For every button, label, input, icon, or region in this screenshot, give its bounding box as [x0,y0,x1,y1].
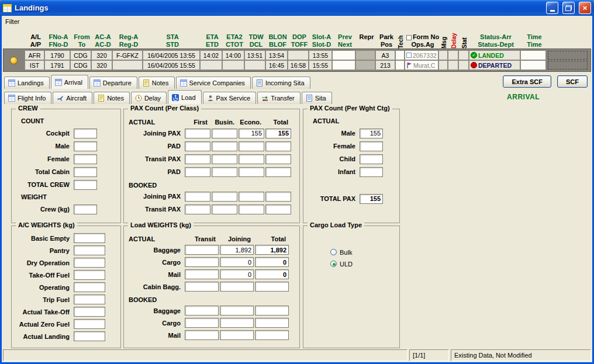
transit-pax-econo-field[interactable] [239,204,264,214]
cargo-transit-field[interactable] [185,257,219,267]
column-header-from[interactable]: FromTo [71,26,92,48]
mail-joining-field[interactable] [220,330,254,340]
column-header-park[interactable]: ParkPos [377,26,396,48]
tab-arrival[interactable]: Arrival [51,75,88,89]
cell-fno-a[interactable]: 1791 [44,60,70,70]
column-header-delay[interactable]: Delay [449,29,460,48]
cell-status-arr[interactable]: ✓LANDED [469,50,520,60]
cell-stat[interactable] [458,50,469,60]
crew-kg-field[interactable] [74,204,97,214]
cargo-type-bulk[interactable]: Bulk [330,247,395,257]
column-header-status-arr[interactable]: Status-ArrStatus-Dept [470,26,522,48]
cargo-joining-field[interactable]: 0 [220,257,254,267]
pad-busin-field[interactable] [212,141,237,151]
cell-stat[interactable] [458,60,469,70]
subtab-load[interactable]: Load [168,90,201,104]
cell-time[interactable] [520,50,546,60]
cargo-transit-field[interactable] [185,318,219,328]
column-header-fno-a[interactable]: FNo-AFNo-D [46,26,71,48]
female-field[interactable] [74,154,97,164]
mail-transit-field[interactable] [185,269,219,279]
flight-row-1[interactable]: AFR1790CDG320F-GFKZ16/04/2005 13:5514:02… [5,50,589,60]
column-header-time[interactable]: TimeTime [522,26,547,48]
cell-tdw[interactable] [244,60,265,70]
actual-landing-field[interactable] [74,331,105,341]
column-header-form-no[interactable]: Form NoOps.Ag [406,26,440,48]
column-header-dop[interactable]: DOPTOFF [289,26,310,48]
transit-pax-econo-field[interactable] [239,154,264,164]
cell-eta[interactable] [200,60,222,70]
mail-joining-field[interactable]: 0 [220,269,254,279]
column-header-msg[interactable]: Msg [440,29,449,48]
cell-slot-a[interactable]: 13:55 [309,50,332,60]
joining-pax-busin-field[interactable] [212,192,237,202]
cell-tech[interactable] [395,60,405,70]
mail-transit-field[interactable] [185,330,219,340]
cell-time[interactable] [520,60,546,70]
mail-total-field[interactable]: 0 [255,269,289,279]
cell-a-l[interactable]: AFR [25,50,44,60]
column-header-a-l[interactable]: A/LA/P [26,26,46,48]
actual-zero-fuel-field[interactable] [74,319,105,329]
column-header-repr[interactable]: Repr [357,26,377,48]
subtab-flight-info[interactable]: Flight Info [4,92,51,104]
cell-eta[interactable]: 14:02 [200,50,222,60]
cell-repr[interactable] [355,60,375,70]
cell-reg-a[interactable] [112,60,143,70]
basic-empty-field[interactable] [74,233,105,243]
transit-pax-first-field[interactable] [185,204,210,214]
joining-pax-total-field[interactable] [265,192,291,202]
column-header-prev[interactable]: PrevNext [333,26,357,48]
pad-econo-field[interactable] [239,167,264,177]
cell-eta2[interactable]: 14:00 [222,50,244,60]
pad-busin-field[interactable] [212,167,237,177]
cell-a-l[interactable]: IST [25,60,44,70]
trip-fuel-field[interactable] [74,294,105,304]
dry-operation-field[interactable] [74,258,105,268]
transit-pax-total-field[interactable] [265,204,291,214]
extra-scf-button[interactable]: Extra SCF [503,75,551,88]
cell-form-no[interactable]: 2067332 [405,50,438,60]
cell-msg[interactable] [438,50,448,60]
subtab-aircraft[interactable]: Aircraft [53,92,92,104]
cell-blon[interactable]: 13:54 [265,50,288,60]
cargo-type-uld[interactable]: ULD [330,259,395,269]
cell-dop[interactable]: 16:58 [288,60,309,70]
joining-pax-busin-field[interactable] [212,129,237,138]
cell-ac-a[interactable]: 320 [91,50,112,60]
cell-slot-a[interactable]: 15:55 [309,60,332,70]
joining-pax-first-field[interactable] [185,192,210,202]
cell-msg[interactable] [438,60,448,70]
formno-checkbox-icon[interactable] [406,35,412,40]
cell-repr[interactable] [355,50,375,60]
joining-pax-first-field[interactable] [185,129,210,138]
subtab-transfer[interactable]: Transfer [257,92,301,104]
total-crew-field[interactable] [74,180,97,190]
pad-first-field[interactable] [185,141,210,151]
title-bar[interactable]: Landings × [0,0,594,16]
column-header-eta[interactable]: ETAETD [201,26,223,48]
cell-park[interactable]: 213 [375,60,395,70]
cell-from[interactable]: CDG [70,50,91,60]
cargo-joining-field[interactable] [220,318,254,328]
transit-pax-busin-field[interactable] [212,204,237,214]
cell-tech[interactable] [395,50,405,60]
column-header-tech[interactable]: Tech [396,29,406,48]
female-field[interactable] [360,141,383,151]
cell-delay[interactable] [448,50,458,60]
subtab-notes[interactable]: Notes [94,92,130,104]
tab-landings[interactable]: Landings [4,77,50,89]
cell-from[interactable]: CDG [70,60,91,70]
operating-field[interactable] [74,282,105,292]
cell-sta[interactable]: 16/04/2005 15:55 [143,60,200,70]
tab-departure[interactable]: Departure [89,77,137,89]
restore-button[interactable] [562,2,575,14]
cabin-bagg-total-field[interactable] [255,282,289,292]
cell-eta2[interactable] [222,60,244,70]
male-field[interactable]: 155 [360,129,383,138]
cell-delay[interactable] [448,60,458,70]
transit-pax-total-field[interactable] [265,154,291,164]
subtab-delay[interactable]: Delay [131,92,167,104]
column-header-stat[interactable]: Stat [460,29,470,48]
cell-sta[interactable]: 16/04/2005 13:55 [143,50,200,60]
